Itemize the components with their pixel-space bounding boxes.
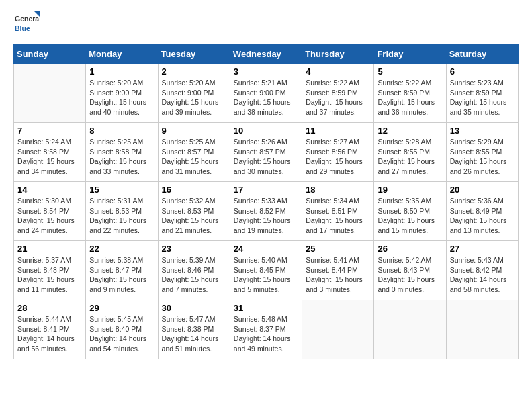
- day-number: 15: [89, 185, 154, 195]
- week-row-1: 1Sunrise: 5:20 AMSunset: 9:00 PMDaylight…: [14, 64, 519, 123]
- week-row-2: 7Sunrise: 5:24 AMSunset: 8:58 PMDaylight…: [14, 123, 519, 182]
- day-number: 10: [234, 126, 298, 136]
- day-info: Sunrise: 5:24 AMSunset: 8:58 PMDaylight:…: [17, 137, 82, 177]
- day-number: 12: [378, 126, 442, 136]
- calendar-cell: 12Sunrise: 5:28 AMSunset: 8:55 PMDayligh…: [374, 123, 446, 182]
- day-number: 7: [17, 126, 82, 136]
- calendar-cell: 22Sunrise: 5:38 AMSunset: 8:47 PMDayligh…: [86, 241, 158, 300]
- day-info: Sunrise: 5:29 AMSunset: 8:55 PMDaylight:…: [450, 137, 515, 177]
- calendar-cell: 26Sunrise: 5:42 AMSunset: 8:43 PMDayligh…: [374, 241, 446, 300]
- day-info: Sunrise: 5:37 AMSunset: 8:48 PMDaylight:…: [17, 255, 82, 295]
- day-number: 8: [89, 126, 154, 136]
- day-number: 31: [234, 303, 298, 313]
- day-info: Sunrise: 5:21 AMSunset: 9:00 PMDaylight:…: [234, 78, 298, 118]
- day-info: Sunrise: 5:33 AMSunset: 8:52 PMDaylight:…: [234, 196, 298, 236]
- day-number: 17: [234, 185, 298, 195]
- day-number: 18: [306, 185, 370, 195]
- calendar-cell: 16Sunrise: 5:32 AMSunset: 8:53 PMDayligh…: [158, 182, 230, 241]
- page-header: General Blue: [13, 11, 519, 38]
- calendar-table: SundayMondayTuesdayWednesdayThursdayFrid…: [13, 44, 519, 359]
- calendar-cell: 4Sunrise: 5:22 AMSunset: 8:59 PMDaylight…: [302, 64, 374, 123]
- day-info: Sunrise: 5:32 AMSunset: 8:53 PMDaylight:…: [162, 196, 226, 236]
- day-number: 4: [306, 66, 370, 77]
- calendar-cell: [374, 300, 446, 359]
- day-info: Sunrise: 5:31 AMSunset: 8:53 PMDaylight:…: [89, 196, 154, 236]
- day-number: 30: [162, 303, 226, 313]
- day-number: 13: [450, 126, 515, 136]
- calendar-cell: [302, 300, 374, 359]
- calendar-cell: 19Sunrise: 5:35 AMSunset: 8:50 PMDayligh…: [374, 182, 446, 241]
- logo-svg: General Blue: [13, 11, 40, 38]
- day-number: 23: [162, 244, 226, 254]
- day-number: 20: [450, 185, 515, 195]
- day-number: 27: [450, 244, 515, 254]
- column-header-thursday: Thursday: [302, 45, 374, 64]
- week-row-4: 21Sunrise: 5:37 AMSunset: 8:48 PMDayligh…: [14, 241, 519, 300]
- day-number: 14: [17, 185, 82, 195]
- day-info: Sunrise: 5:20 AMSunset: 9:00 PMDaylight:…: [162, 78, 226, 118]
- calendar-cell: 13Sunrise: 5:29 AMSunset: 8:55 PMDayligh…: [446, 123, 518, 182]
- day-info: Sunrise: 5:41 AMSunset: 8:44 PMDaylight:…: [306, 255, 370, 295]
- calendar-cell: 17Sunrise: 5:33 AMSunset: 8:52 PMDayligh…: [230, 182, 302, 241]
- day-info: Sunrise: 5:30 AMSunset: 8:54 PMDaylight:…: [17, 196, 82, 236]
- day-info: Sunrise: 5:35 AMSunset: 8:50 PMDaylight:…: [378, 196, 442, 236]
- calendar-cell: 24Sunrise: 5:40 AMSunset: 8:45 PMDayligh…: [230, 241, 302, 300]
- calendar-cell: 5Sunrise: 5:22 AMSunset: 8:59 PMDaylight…: [374, 64, 446, 123]
- column-header-sunday: Sunday: [14, 45, 86, 64]
- calendar-cell: 10Sunrise: 5:26 AMSunset: 8:57 PMDayligh…: [230, 123, 302, 182]
- column-header-monday: Monday: [86, 45, 158, 64]
- day-info: Sunrise: 5:42 AMSunset: 8:43 PMDaylight:…: [378, 255, 442, 295]
- day-number: 21: [17, 244, 82, 254]
- week-row-5: 28Sunrise: 5:44 AMSunset: 8:41 PMDayligh…: [14, 300, 519, 359]
- day-info: Sunrise: 5:20 AMSunset: 9:00 PMDaylight:…: [89, 78, 154, 118]
- calendar-cell: 29Sunrise: 5:45 AMSunset: 8:40 PMDayligh…: [86, 300, 158, 359]
- calendar-cell: 30Sunrise: 5:47 AMSunset: 8:38 PMDayligh…: [158, 300, 230, 359]
- day-number: 25: [306, 244, 370, 254]
- day-info: Sunrise: 5:34 AMSunset: 8:51 PMDaylight:…: [306, 196, 370, 236]
- day-number: 11: [306, 126, 370, 136]
- day-info: Sunrise: 5:36 AMSunset: 8:49 PMDaylight:…: [450, 196, 515, 236]
- logo: General Blue: [13, 11, 40, 38]
- calendar-cell: 9Sunrise: 5:25 AMSunset: 8:57 PMDaylight…: [158, 123, 230, 182]
- day-number: 6: [450, 66, 515, 77]
- day-number: 29: [89, 303, 154, 313]
- calendar-cell: 1Sunrise: 5:20 AMSunset: 9:00 PMDaylight…: [86, 64, 158, 123]
- day-info: Sunrise: 5:45 AMSunset: 8:40 PMDaylight:…: [89, 314, 154, 354]
- calendar-cell: 3Sunrise: 5:21 AMSunset: 9:00 PMDaylight…: [230, 64, 302, 123]
- day-info: Sunrise: 5:40 AMSunset: 8:45 PMDaylight:…: [234, 255, 298, 295]
- day-info: Sunrise: 5:44 AMSunset: 8:41 PMDaylight:…: [17, 314, 82, 354]
- calendar-cell: 11Sunrise: 5:27 AMSunset: 8:56 PMDayligh…: [302, 123, 374, 182]
- day-number: 5: [378, 66, 442, 77]
- day-number: 9: [162, 126, 226, 136]
- day-number: 26: [378, 244, 442, 254]
- calendar-cell: 31Sunrise: 5:48 AMSunset: 8:37 PMDayligh…: [230, 300, 302, 359]
- column-header-saturday: Saturday: [446, 45, 518, 64]
- calendar-header-row: SundayMondayTuesdayWednesdayThursdayFrid…: [14, 45, 519, 64]
- day-number: 2: [162, 66, 226, 77]
- day-info: Sunrise: 5:25 AMSunset: 8:58 PMDaylight:…: [89, 137, 154, 177]
- day-number: 24: [234, 244, 298, 254]
- day-number: 3: [234, 66, 298, 77]
- svg-text:Blue: Blue: [15, 24, 30, 32]
- calendar-cell: 8Sunrise: 5:25 AMSunset: 8:58 PMDaylight…: [86, 123, 158, 182]
- day-info: Sunrise: 5:38 AMSunset: 8:47 PMDaylight:…: [89, 255, 154, 295]
- calendar-cell: 15Sunrise: 5:31 AMSunset: 8:53 PMDayligh…: [86, 182, 158, 241]
- calendar-cell: 25Sunrise: 5:41 AMSunset: 8:44 PMDayligh…: [302, 241, 374, 300]
- day-info: Sunrise: 5:22 AMSunset: 8:59 PMDaylight:…: [306, 78, 370, 118]
- day-info: Sunrise: 5:22 AMSunset: 8:59 PMDaylight:…: [378, 78, 442, 118]
- day-number: 16: [162, 185, 226, 195]
- day-info: Sunrise: 5:39 AMSunset: 8:46 PMDaylight:…: [162, 255, 226, 295]
- day-info: Sunrise: 5:48 AMSunset: 8:37 PMDaylight:…: [234, 314, 298, 354]
- day-info: Sunrise: 5:28 AMSunset: 8:55 PMDaylight:…: [378, 137, 442, 177]
- day-info: Sunrise: 5:47 AMSunset: 8:38 PMDaylight:…: [162, 314, 226, 354]
- calendar-cell: 7Sunrise: 5:24 AMSunset: 8:58 PMDaylight…: [14, 123, 86, 182]
- calendar-cell: 27Sunrise: 5:43 AMSunset: 8:42 PMDayligh…: [446, 241, 518, 300]
- calendar-cell: 18Sunrise: 5:34 AMSunset: 8:51 PMDayligh…: [302, 182, 374, 241]
- day-info: Sunrise: 5:26 AMSunset: 8:57 PMDaylight:…: [234, 137, 298, 177]
- day-info: Sunrise: 5:23 AMSunset: 8:59 PMDaylight:…: [450, 78, 515, 118]
- day-number: 28: [17, 303, 82, 313]
- calendar-cell: 2Sunrise: 5:20 AMSunset: 9:00 PMDaylight…: [158, 64, 230, 123]
- day-number: 1: [89, 66, 154, 77]
- week-row-3: 14Sunrise: 5:30 AMSunset: 8:54 PMDayligh…: [14, 182, 519, 241]
- column-header-wednesday: Wednesday: [230, 45, 302, 64]
